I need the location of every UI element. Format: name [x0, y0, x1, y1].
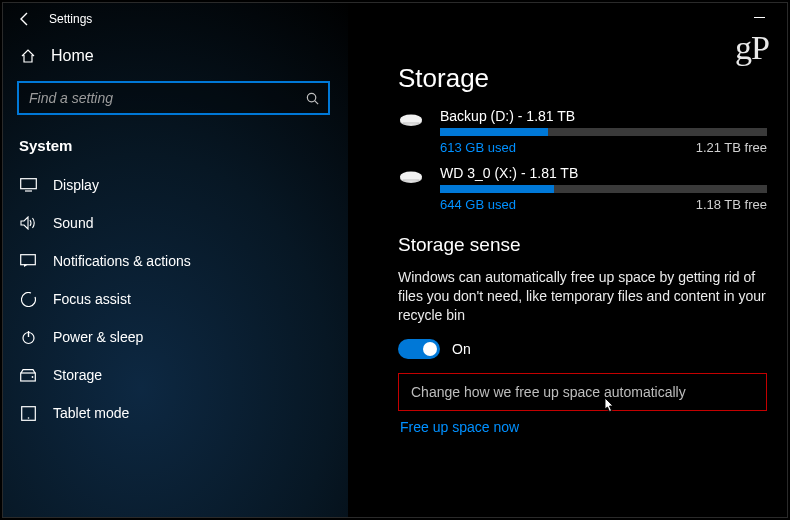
sidebar-home[interactable]: Home [3, 35, 348, 75]
drive-row[interactable]: WD 3_0 (X:) - 1.81 TB 644 GB used 1.18 T… [398, 165, 767, 212]
svg-rect-4 [21, 255, 36, 265]
sidebar-item-display[interactable]: Display [3, 166, 348, 204]
drive-icon [398, 108, 424, 155]
search-input[interactable] [29, 90, 305, 106]
arrow-left-icon [17, 11, 33, 27]
toggle-state-label: On [452, 341, 471, 357]
storage-sense-toggle[interactable] [398, 339, 440, 359]
drive-free: 1.18 TB free [696, 197, 767, 212]
page-title: Storage [398, 63, 767, 94]
minimize-icon [754, 12, 765, 23]
minimize-button[interactable] [737, 3, 781, 31]
svg-point-8 [32, 376, 34, 378]
storage-icon [19, 369, 37, 382]
drive-name: WD 3_0 (X:) - 1.81 TB [440, 165, 767, 181]
usage-bar [440, 185, 767, 193]
sidebar-nav: Display Sound Notifications & actions Fo… [3, 166, 348, 432]
drive-used[interactable]: 644 GB used [440, 197, 516, 212]
watermark: gP [735, 29, 769, 67]
home-icon [19, 48, 37, 64]
toggle-knob [423, 342, 437, 356]
sidebar-category: System [3, 129, 348, 166]
drive-name: Backup (D:) - 1.81 TB [440, 108, 767, 124]
search-box[interactable] [17, 81, 330, 115]
power-icon [19, 330, 37, 345]
sidebar-home-label: Home [51, 47, 94, 65]
titlebar-left: Settings [3, 3, 348, 35]
drive-icon [398, 165, 424, 212]
storage-sense-description: Windows can automatically free up space … [398, 268, 767, 325]
display-icon [19, 178, 37, 192]
svg-rect-2 [20, 179, 36, 189]
link-label: Change how we free up space automaticall… [411, 384, 686, 400]
drive-used[interactable]: 613 GB used [440, 140, 516, 155]
free-up-now-link[interactable]: Free up space now [400, 419, 767, 435]
back-button[interactable] [9, 3, 41, 35]
titlebar-right [348, 3, 787, 35]
nav-label: Power & sleep [53, 329, 143, 345]
sidebar-item-storage[interactable]: Storage [3, 356, 348, 394]
sidebar-item-power-sleep[interactable]: Power & sleep [3, 318, 348, 356]
svg-point-10 [27, 417, 29, 419]
svg-point-0 [307, 93, 315, 101]
tablet-icon [19, 406, 37, 421]
svg-line-1 [315, 100, 318, 103]
change-free-up-link[interactable]: Change how we free up space automaticall… [398, 373, 767, 411]
nav-label: Storage [53, 367, 102, 383]
sidebar-item-sound[interactable]: Sound [3, 204, 348, 242]
drive-row[interactable]: Backup (D:) - 1.81 TB 613 GB used 1.21 T… [398, 108, 767, 155]
nav-label: Notifications & actions [53, 253, 191, 269]
nav-label: Sound [53, 215, 93, 231]
app-title: Settings [49, 12, 92, 26]
nav-label: Tablet mode [53, 405, 129, 421]
sidebar-item-tablet-mode[interactable]: Tablet mode [3, 394, 348, 432]
section-title-storage-sense: Storage sense [398, 234, 767, 256]
focus-assist-icon [19, 292, 37, 307]
sidebar-item-focus-assist[interactable]: Focus assist [3, 280, 348, 318]
drive-free: 1.21 TB free [696, 140, 767, 155]
nav-label: Focus assist [53, 291, 131, 307]
sidebar: Settings Home System Display Sound [3, 3, 348, 517]
search-icon [305, 91, 320, 106]
content-pane: gP Storage Backup (D:) - 1.81 TB 613 GB … [348, 3, 787, 517]
nav-label: Display [53, 177, 99, 193]
notifications-icon [19, 254, 37, 268]
usage-bar-fill [440, 128, 548, 136]
sidebar-item-notifications[interactable]: Notifications & actions [3, 242, 348, 280]
usage-bar [440, 128, 767, 136]
usage-bar-fill [440, 185, 554, 193]
sound-icon [19, 216, 37, 230]
